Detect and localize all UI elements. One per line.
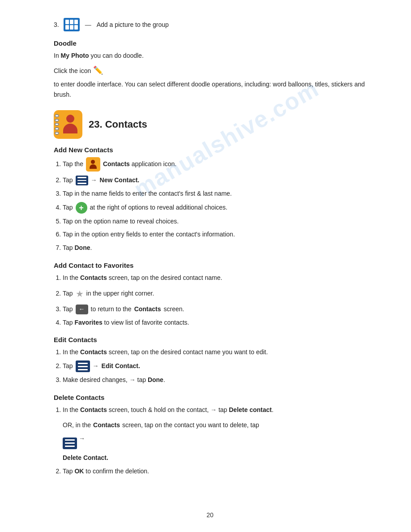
arrow-edit2: →: [93, 361, 99, 372]
delete-step-2: Tap OK to confirm the deletion.: [63, 466, 366, 477]
arrow-step2: →: [91, 175, 97, 186]
grid-icon: [64, 18, 80, 31]
delete-step-1: In the Contacts screen, touch & hold on …: [63, 405, 366, 463]
add-new-step-5: Tap on the option name to reveal choices…: [63, 216, 366, 227]
add-picture-text: Add a picture to the group: [97, 21, 169, 28]
add-new-step-6: Tap in the option entry fields to enter …: [63, 229, 366, 240]
person-figure: [62, 115, 79, 134]
edit-step-1: In the Contacts screen, tap on the desir…: [63, 347, 366, 358]
doodle-para1: In My Photo you can do doodle.: [54, 51, 366, 60]
fav-step-2: Tap ★ in the upper right corner.: [63, 286, 366, 301]
fav-step-3: Tap ← to return to the Contacts screen.: [63, 304, 366, 315]
add-new-step-4: Tap + at the right of options to reveal …: [63, 202, 366, 214]
edit-contact-bold: Edit Contact.: [102, 361, 140, 372]
doodle-pen-icon: ✏️: [93, 64, 103, 77]
add-new-step-1: Tap the Contacts application icon.: [63, 157, 366, 172]
contacts-bold: Contacts: [103, 160, 130, 167]
delete-list: In the Contacts screen, touch & hold on …: [63, 405, 366, 477]
dash: —: [85, 21, 91, 28]
edit-contacts-heading: Edit Contacts: [54, 336, 366, 343]
add-new-contacts-heading: Add New Contacts: [54, 146, 366, 154]
add-new-step-3: Tap in the name fields to enter the cont…: [63, 189, 366, 199]
edit-step-3: Make desired changes, → tap Done.: [63, 375, 366, 386]
star-icon: ★: [76, 286, 84, 301]
add-new-step-2: Tap → New Contact.: [63, 175, 366, 186]
delete-contact-bold: Delete contact: [229, 406, 272, 413]
section-header-contacts: 23. Contacts: [54, 110, 366, 139]
contacts-bold-fav1: Contacts: [80, 274, 107, 281]
edit-step-2: Tap → Edit Contact.: [63, 360, 366, 372]
back-icon: ←: [76, 305, 88, 314]
contacts-bold-fav3: Contacts: [134, 304, 161, 315]
delete-or-block: OR, in the Contacts screen, tap on the c…: [63, 420, 366, 463]
delete-contacts-heading: Delete Contacts: [54, 394, 366, 401]
contacts-bold-edit1: Contacts: [80, 348, 107, 356]
edit-list: In the Contacts screen, tap on the desir…: [63, 347, 366, 386]
ok-bold: OK: [74, 468, 84, 475]
doodle-para1-rest: you can do doodle.: [90, 52, 143, 59]
page-number: 20: [54, 511, 366, 519]
list-number-3: 3.: [54, 21, 59, 28]
top-item-3: 3. — Add a picture to the group: [54, 18, 366, 31]
fav-step-4: Tap Favorites to view list of favorite c…: [63, 317, 366, 328]
doodle-heading: Doodle: [54, 39, 366, 47]
doodle-para2: Click the icon ✏️ to enter doodle interf…: [54, 64, 366, 99]
my-photo-bold: My Photo: [61, 52, 89, 59]
add-new-contacts-list: Tap the Contacts application icon. Tap: [63, 157, 366, 253]
favorites-list: In the Contacts screen, tap on the desir…: [63, 273, 366, 328]
done-bold-1: Done: [74, 244, 90, 251]
section-title-contacts: 23. Contacts: [89, 119, 147, 130]
fav-step-1: In the Contacts screen, tap on the desir…: [63, 273, 366, 283]
new-contact-bold: New Contact.: [100, 175, 140, 186]
favorites-bold: Favorites: [74, 319, 102, 326]
contacts-app-icon-large: [54, 110, 82, 139]
menu-icon-edit2: [76, 360, 90, 372]
menu-icon-del: [63, 438, 77, 449]
menu-icon-step2: [76, 176, 88, 185]
plus-icon: +: [76, 202, 87, 214]
delete-contact-label: Delete Contact.: [63, 453, 366, 463]
spiral: [54, 114, 59, 135]
contacts-bold-del: Contacts: [80, 406, 107, 413]
contacts-small-icon: [86, 157, 100, 172]
delete-or-para: OR, in the Contacts screen, tap on the c…: [63, 420, 366, 430]
add-favorites-heading: Add Contact to Favorites: [54, 262, 366, 269]
done-bold-edit: Done: [148, 376, 163, 383]
add-new-step-7: Tap Done.: [63, 243, 366, 253]
